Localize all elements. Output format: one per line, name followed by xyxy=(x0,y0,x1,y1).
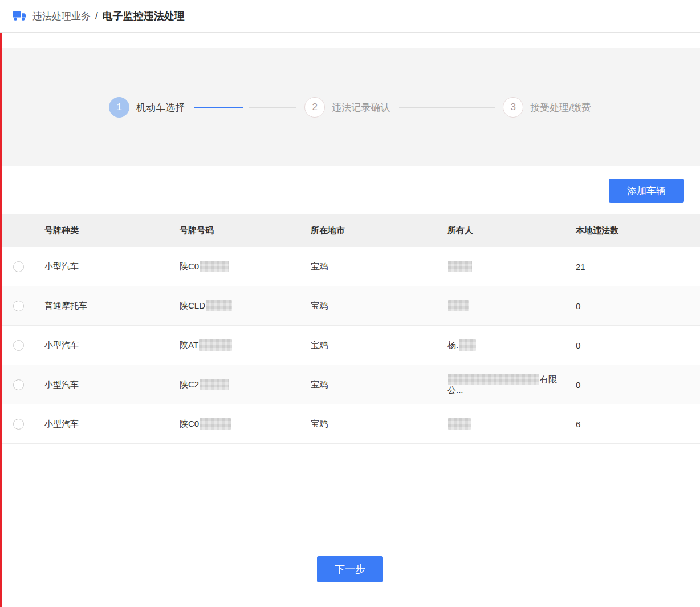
violations-cell: 6 xyxy=(568,419,700,429)
redacted-owner-block xyxy=(448,374,539,385)
city-cell: 宝鸡 xyxy=(303,340,439,351)
add-vehicle-button[interactable]: 添加车辆 xyxy=(609,179,684,203)
owner-cell xyxy=(439,300,568,311)
violations-cell: 21 xyxy=(568,262,700,272)
plate-type-cell: 小型汽车 xyxy=(36,261,172,272)
step-3: 3 接受处理/缴费 xyxy=(503,97,591,118)
city-cell: 宝鸡 xyxy=(303,419,439,430)
step-connector xyxy=(399,107,495,108)
step-2-circle: 2 xyxy=(304,97,325,118)
violations-cell: 0 xyxy=(568,301,700,311)
step-1-label: 机动车选择 xyxy=(136,101,185,114)
vehicle-radio[interactable] xyxy=(13,419,24,430)
radio-cell xyxy=(0,301,36,311)
plate-type-cell: 普通摩托车 xyxy=(36,301,172,311)
toolbar: 添加车辆 xyxy=(0,166,700,214)
vehicle-radio[interactable] xyxy=(13,340,24,351)
step-2-label: 违法记录确认 xyxy=(332,101,390,114)
col-owner: 所有人 xyxy=(439,225,568,236)
table-row: 小型汽车陕AT宝鸡杨.0 xyxy=(0,326,700,365)
violations-cell: 0 xyxy=(568,380,700,390)
vehicle-table: 号牌种类 号牌号码 所在地市 所有人 本地违法数 小型汽车陕C0宝鸡21普通摩托… xyxy=(0,214,700,444)
city-cell: 宝鸡 xyxy=(303,301,439,311)
owner-cell: 有限公... xyxy=(439,374,568,396)
breadcrumb-current: 电子监控违法处理 xyxy=(103,9,185,23)
main-content: 添加车辆 号牌种类 号牌号码 所在地市 所有人 本地违法数 小型汽车陕C0宝鸡2… xyxy=(0,166,700,582)
plate-number-cell: 陕CLD xyxy=(172,300,303,311)
redacted-owner-block xyxy=(448,418,471,430)
redacted-plate-block xyxy=(200,379,229,390)
truck-icon xyxy=(13,11,27,21)
step-1-circle: 1 xyxy=(109,97,129,118)
plate-number-cell: 陕C0 xyxy=(172,418,303,430)
step-connector xyxy=(249,107,296,108)
steps-panel: 1 机动车选择 2 违法记录确认 3 接受处理/缴费 xyxy=(0,48,700,166)
step-3-label: 接受处理/缴费 xyxy=(530,101,591,114)
plate-number-cell: 陕AT xyxy=(172,339,303,351)
city-cell: 宝鸡 xyxy=(303,261,439,272)
footer: 下一步 xyxy=(0,556,700,582)
redacted-plate-block xyxy=(206,300,232,311)
table-header-row: 号牌种类 号牌号码 所在地市 所有人 本地违法数 xyxy=(0,214,700,247)
step-wizard: 1 机动车选择 2 违法记录确认 3 接受处理/缴费 xyxy=(109,97,591,118)
step-2: 2 违法记录确认 xyxy=(304,97,390,118)
redacted-owner-block xyxy=(459,339,476,351)
header-spacer xyxy=(0,33,700,48)
redacted-plate-block xyxy=(199,339,232,351)
vehicle-radio[interactable] xyxy=(13,261,24,272)
city-cell: 宝鸡 xyxy=(303,379,439,390)
left-red-edge xyxy=(0,33,2,607)
step-1: 1 机动车选择 xyxy=(109,97,185,118)
redacted-owner-block xyxy=(448,300,469,311)
table-row: 小型汽车陕C2宝鸡有限公...0 xyxy=(0,365,700,404)
table-row: 普通摩托车陕CLD宝鸡0 xyxy=(0,286,700,326)
radio-cell xyxy=(0,261,36,272)
violations-cell: 0 xyxy=(568,341,700,350)
vehicle-radio[interactable] xyxy=(13,379,24,390)
next-step-button[interactable]: 下一步 xyxy=(317,556,383,582)
col-plate-number: 号牌号码 xyxy=(172,225,303,236)
col-plate-type: 号牌种类 xyxy=(36,225,172,236)
col-violations: 本地违法数 xyxy=(568,225,700,236)
radio-cell xyxy=(0,419,36,430)
plate-type-cell: 小型汽车 xyxy=(36,340,172,351)
table-row: 小型汽车陕C0宝鸡21 xyxy=(0,247,700,286)
top-header: 违法处理业务 / 电子监控违法处理 xyxy=(0,0,700,33)
plate-type-cell: 小型汽车 xyxy=(36,419,172,430)
page: 违法处理业务 / 电子监控违法处理 1 机动车选择 2 违法记录确认 3 接受处… xyxy=(0,0,700,607)
owner-cell: 杨. xyxy=(439,339,568,351)
owner-cell xyxy=(439,261,568,272)
redacted-plate-block xyxy=(200,418,231,430)
vehicle-table-body: 小型汽车陕C0宝鸡21普通摩托车陕CLD宝鸡0小型汽车陕AT宝鸡杨.0小型汽车陕… xyxy=(0,247,700,444)
redacted-plate-block xyxy=(200,261,229,272)
vehicle-radio[interactable] xyxy=(13,301,24,311)
table-row: 小型汽车陕C0宝鸡6 xyxy=(0,404,700,444)
step-3-circle: 3 xyxy=(503,97,523,118)
breadcrumb-parent[interactable]: 违法处理业务 xyxy=(32,10,91,23)
col-city: 所在地市 xyxy=(303,225,439,236)
redacted-owner-block xyxy=(448,261,472,272)
breadcrumb-separator: / xyxy=(95,10,98,22)
plate-type-cell: 小型汽车 xyxy=(36,379,172,390)
owner-cell xyxy=(439,418,568,430)
radio-cell xyxy=(0,379,36,390)
plate-number-cell: 陕C2 xyxy=(172,379,303,390)
radio-cell xyxy=(0,340,36,351)
plate-number-cell: 陕C0 xyxy=(172,261,303,272)
step-connector-active xyxy=(194,107,243,108)
